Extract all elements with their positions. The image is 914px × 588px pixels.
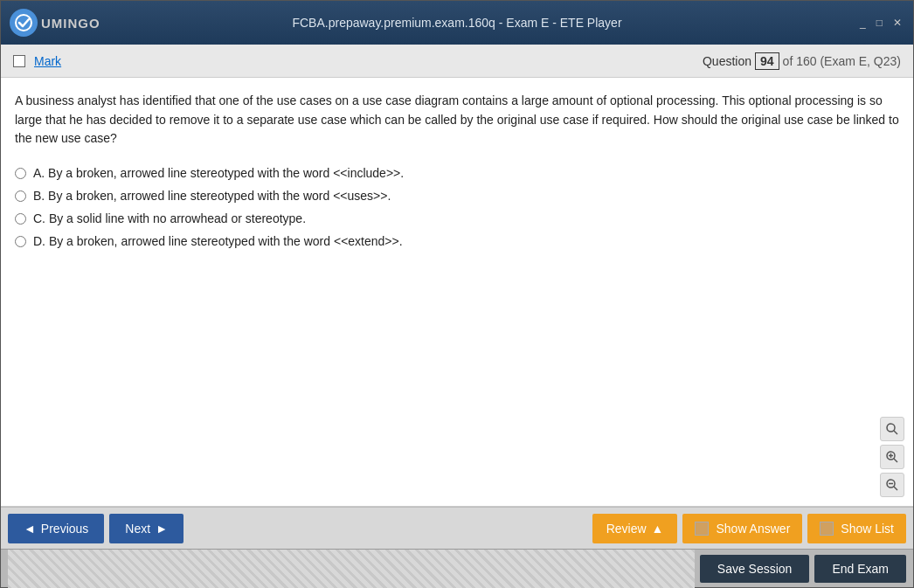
question-number: 94 [755,52,779,70]
main-window: UMINGO FCBA.prepaway.premium.exam.160q -… [0,0,914,588]
previous-label: Previous [41,522,88,536]
window-controls[interactable]: _ □ ✕ [857,17,904,29]
option-b[interactable]: B. By a broken, arrowed line stereotyped… [15,189,899,203]
question-info: Question 94 of 160 (Exam E, Q23) [703,52,901,70]
save-session-button[interactable]: Save Session [700,555,810,583]
review-arrow-icon: ▲ [652,522,664,536]
question-label: Question [703,54,751,68]
show-answer-button[interactable]: Show Answer [682,514,802,543]
option-a-radio[interactable] [15,168,26,179]
zoom-in-icon[interactable] [880,445,904,469]
titlebar: UMINGO FCBA.prepaway.premium.exam.160q -… [1,1,913,45]
maximize-button[interactable]: □ [874,17,885,29]
option-a-text: A. By a broken, arrowed line stereotyped… [33,166,404,180]
option-d[interactable]: D. By a broken, arrowed line stereotyped… [15,234,899,248]
show-list-checkbox-icon [820,522,834,536]
hatched-area [8,550,695,588]
logo-icon [10,9,38,37]
option-c-text: C. By a solid line with no arrowhead or … [33,211,306,225]
logo: UMINGO [10,9,100,37]
option-c-radio[interactable] [15,213,26,225]
option-a[interactable]: A. By a broken, arrowed line stereotyped… [15,166,899,180]
svg-point-1 [887,424,895,432]
option-d-radio[interactable] [15,236,26,247]
mark-label[interactable]: Mark [34,54,61,68]
option-c[interactable]: C. By a solid line with no arrowhead or … [15,211,899,225]
toolbar: Mark Question 94 of 160 (Exam E, Q23) [1,45,913,78]
minimize-button[interactable]: _ [857,17,869,29]
option-b-text: B. By a broken, arrowed line stereotyped… [33,189,391,203]
show-answer-checkbox-icon [695,522,709,536]
svg-line-8 [894,487,897,490]
mark-checkbox[interactable] [13,55,25,67]
zoom-out-icon[interactable] [880,473,904,497]
option-d-text: D. By a broken, arrowed line stereotyped… [33,234,403,248]
svg-line-2 [894,431,897,434]
next-arrow-icon: ► [156,522,168,536]
close-button[interactable]: ✕ [890,17,904,29]
content-area: A business analyst has identified that o… [1,78,913,507]
show-answer-label: Show Answer [716,522,790,536]
side-icons [880,417,904,497]
window-title: FCBA.prepaway.premium.exam.160q - Exam E… [292,16,621,30]
next-label: Next [125,522,150,536]
action-bar: Save Session End Exam [1,549,913,587]
question-meta: of 160 (Exam E, Q23) [783,54,901,68]
review-label: Review [606,522,647,536]
show-list-button[interactable]: Show List [807,514,906,543]
svg-point-0 [16,15,31,31]
previous-button[interactable]: ◄ Previous [8,514,104,543]
logo-text: UMINGO [41,16,100,31]
previous-arrow-icon: ◄ [24,522,36,536]
search-icon[interactable] [880,417,904,441]
next-button[interactable]: Next ► [109,514,183,543]
option-b-radio[interactable] [15,190,26,202]
nav-bar: ◄ Previous Next ► Review ▲ Show Answer S… [1,507,913,549]
question-text: A business analyst has identified that o… [15,92,899,149]
show-list-label: Show List [841,522,894,536]
svg-line-4 [894,459,897,462]
review-button[interactable]: Review ▲ [592,514,678,543]
options-list: A. By a broken, arrowed line stereotyped… [15,166,899,248]
end-exam-button[interactable]: End Exam [814,555,906,583]
